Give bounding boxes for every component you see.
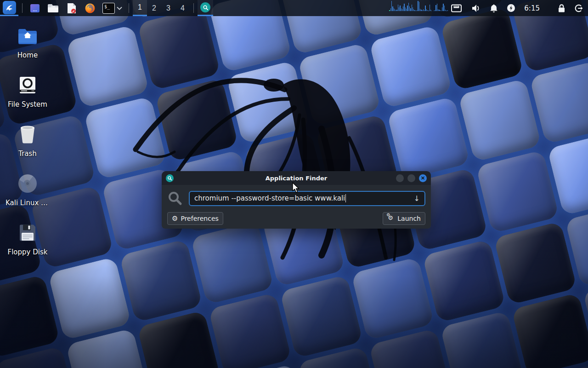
network-tray-button[interactable] bbox=[451, 4, 462, 13]
desktop-icon-floppy-disk[interactable]: Floppy Disk bbox=[6, 222, 50, 271]
load-bar bbox=[401, 8, 401, 11]
close-button[interactable]: ✕ bbox=[419, 174, 427, 182]
terminal-launcher[interactable]: $_ bbox=[102, 3, 115, 14]
trash-can-icon bbox=[18, 124, 37, 145]
load-bar bbox=[425, 6, 425, 11]
load-bar bbox=[435, 5, 436, 11]
panel-separator bbox=[22, 3, 23, 13]
terminal-dropdown-chevron[interactable] bbox=[117, 6, 122, 10]
workspace-1[interactable]: 1 bbox=[133, 0, 147, 16]
notifications-tray-button[interactable] bbox=[490, 4, 498, 13]
desktop-app-launcher[interactable] bbox=[29, 2, 40, 14]
titlebar[interactable]: Application Finder ✕ bbox=[162, 171, 431, 185]
maximize-button[interactable] bbox=[407, 174, 415, 182]
clock[interactable]: 6:15 bbox=[524, 4, 540, 12]
text-editor-launcher[interactable] bbox=[66, 2, 77, 14]
applications-menu-button[interactable] bbox=[0, 0, 18, 16]
wallpaper-cube bbox=[422, 239, 506, 323]
file-manager-launcher[interactable] bbox=[47, 2, 59, 14]
quick-launchers: $_ bbox=[26, 0, 125, 16]
load-bar bbox=[394, 8, 394, 11]
wallpaper-cube bbox=[369, 25, 452, 109]
load-bar bbox=[420, 9, 420, 11]
load-bar bbox=[428, 11, 429, 11]
load-bar bbox=[421, 10, 421, 11]
terminal-icon: $_ bbox=[102, 3, 115, 14]
application-finder-taskbar-icon bbox=[200, 2, 210, 12]
load-bar bbox=[447, 10, 448, 11]
load-bar bbox=[405, 7, 406, 11]
folder-icon bbox=[47, 2, 59, 14]
load-bar bbox=[422, 10, 423, 11]
application-finder-window: Application Finder ✕ chromium --password… bbox=[162, 171, 431, 229]
load-bar bbox=[437, 4, 437, 11]
load-bar bbox=[413, 7, 413, 11]
load-bar bbox=[444, 6, 445, 11]
kali-logo-icon bbox=[3, 1, 16, 14]
load-bar bbox=[439, 10, 439, 11]
desktop-icon-kali-linux-cd[interactable]: Kali Linux a... bbox=[6, 173, 50, 222]
desktop-icon-label: File System bbox=[8, 100, 47, 109]
load-bar bbox=[440, 10, 441, 11]
workspace-3[interactable]: 3 bbox=[161, 0, 175, 16]
desktop-icon-trash[interactable]: Trash bbox=[6, 124, 50, 173]
panel-separator bbox=[193, 3, 194, 13]
launch-label: Launch bbox=[397, 215, 421, 222]
wallpaper-cube bbox=[387, 96, 470, 180]
command-text: chromium --password-store=basic www.kali bbox=[194, 194, 345, 202]
launch-button[interactable]: ⚙ ⚙ Launch bbox=[383, 212, 425, 225]
button-row: ⚙ Preferences ⚙ ⚙ Launch bbox=[167, 212, 425, 225]
load-bar bbox=[424, 10, 424, 11]
wallpaper-cube bbox=[208, 293, 292, 368]
dialog-body: chromium --password-store=basic www.kali… bbox=[162, 185, 431, 229]
load-bar bbox=[443, 4, 443, 11]
desktop-icon-home[interactable]: Home bbox=[6, 25, 50, 75]
volume-tray-button[interactable] bbox=[471, 4, 481, 13]
load-bar bbox=[430, 5, 430, 11]
load-bar bbox=[392, 6, 393, 11]
text-caret bbox=[345, 194, 346, 202]
desktop-icon-label: Home bbox=[17, 51, 38, 59]
firefox-launcher[interactable] bbox=[84, 2, 96, 14]
panel-separator bbox=[129, 3, 129, 13]
load-bar bbox=[409, 6, 410, 11]
document-edit-icon bbox=[66, 2, 77, 14]
load-bar bbox=[396, 10, 396, 11]
wallpaper-cube bbox=[66, 24, 149, 108]
floppy-disk-icon bbox=[18, 222, 37, 243]
load-bar bbox=[441, 11, 441, 11]
workspace-2[interactable]: 2 bbox=[147, 0, 161, 16]
minimize-button[interactable] bbox=[396, 174, 404, 182]
desktop-icon-file-system[interactable]: File System bbox=[6, 75, 50, 124]
lock-screen-button[interactable] bbox=[558, 4, 565, 13]
load-bar bbox=[426, 9, 427, 11]
panel-spacer bbox=[213, 0, 389, 16]
load-bar bbox=[446, 11, 447, 11]
dropdown-arrow-icon[interactable]: ↓ bbox=[414, 194, 420, 203]
command-input[interactable]: chromium --password-store=basic www.kali… bbox=[189, 191, 425, 206]
wallpaper-cube bbox=[226, 60, 310, 144]
load-bar bbox=[398, 5, 398, 11]
load-bar bbox=[418, 1, 418, 11]
run-gears-icon: ⚙ ⚙ bbox=[387, 215, 395, 222]
preferences-button[interactable]: ⚙ Preferences bbox=[167, 212, 223, 225]
logout-button[interactable] bbox=[574, 4, 583, 13]
load-bar bbox=[434, 11, 434, 11]
wallpaper-cube bbox=[476, 150, 560, 234]
system-load-graph[interactable] bbox=[389, 0, 448, 11]
load-bar bbox=[402, 9, 402, 11]
load-bar bbox=[410, 8, 411, 11]
window-title: Application Finder bbox=[162, 175, 431, 182]
power-manager-tray-button[interactable] bbox=[507, 4, 515, 12]
load-bar bbox=[417, 10, 417, 11]
load-bar bbox=[407, 6, 407, 11]
window-button-application-finder[interactable] bbox=[198, 0, 213, 16]
load-bar bbox=[412, 5, 412, 11]
search-row: chromium --password-store=basic www.kali… bbox=[167, 190, 425, 206]
load-bar bbox=[445, 10, 446, 11]
gear-icon: ⚙ bbox=[172, 215, 178, 222]
load-bar bbox=[413, 9, 414, 11]
workspace-4[interactable]: 4 bbox=[175, 0, 190, 16]
load-bar bbox=[395, 9, 395, 11]
load-bar bbox=[416, 11, 416, 11]
